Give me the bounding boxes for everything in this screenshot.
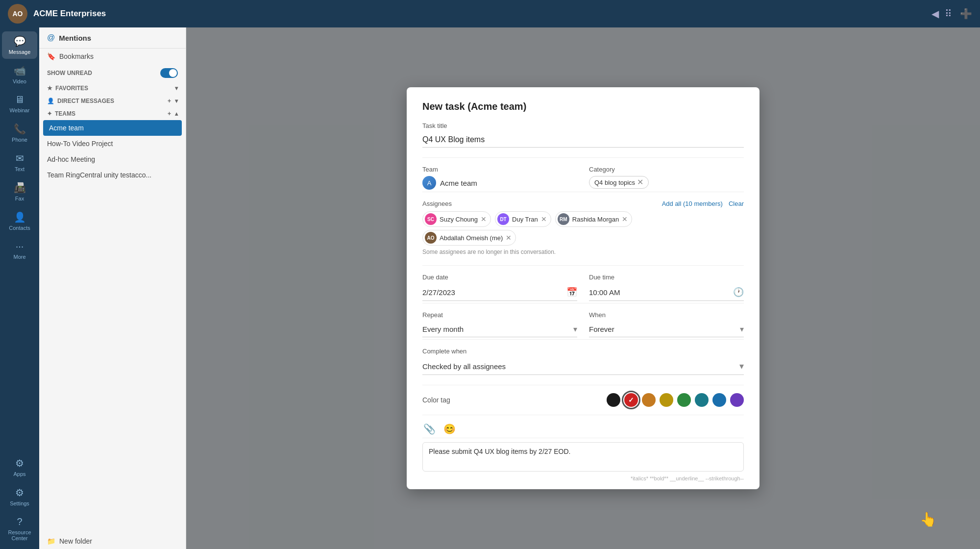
team-adhoc[interactable]: Ad-hoc Meeting bbox=[39, 151, 186, 167]
assignee-name-abdallah: Abdallah Omeish (me) bbox=[440, 234, 503, 242]
assignees-row-2: AO Abdallah Omeish (me) ✕ bbox=[422, 230, 744, 246]
sidebar-item-text[interactable]: ✉ Text bbox=[2, 149, 37, 176]
category-tag: Q4 blog topics ✕ bbox=[589, 176, 649, 189]
sidebar-header: @ Mentions bbox=[39, 27, 186, 49]
remove-duy-button[interactable]: ✕ bbox=[541, 215, 547, 223]
color-purple[interactable] bbox=[730, 393, 744, 407]
team-acme[interactable]: Acme team bbox=[43, 120, 182, 136]
add-all-button[interactable]: Add all (10 members) bbox=[662, 200, 723, 207]
when-select-wrap: Forever Until Times ▾ bbox=[589, 322, 744, 337]
add-team-icon[interactable]: + bbox=[168, 110, 171, 117]
assignee-name-rashida: Rashida Morgan bbox=[572, 216, 619, 223]
due-date-input[interactable] bbox=[422, 288, 566, 297]
person-icon: 👤 bbox=[47, 98, 54, 104]
color-yellow[interactable] bbox=[660, 393, 673, 407]
due-time-input[interactable] bbox=[589, 288, 733, 297]
chevron-left-icon[interactable]: ◀ bbox=[931, 8, 939, 20]
color-tag-label: Color tag bbox=[422, 396, 450, 404]
due-time-field: Due time 🕐 bbox=[589, 274, 744, 301]
remove-category-button[interactable]: ✕ bbox=[637, 178, 643, 186]
teams-icon: ✦ bbox=[47, 110, 52, 117]
when-label: When bbox=[589, 311, 744, 319]
color-black[interactable] bbox=[607, 393, 620, 407]
new-folder-item[interactable]: 📁 New folder bbox=[39, 533, 186, 549]
expand-dm-icon[interactable]: ▾ bbox=[175, 98, 178, 104]
grid-icon[interactable]: ⠿ bbox=[945, 8, 952, 20]
sidebar-item-message[interactable]: 💬 Message bbox=[2, 31, 37, 59]
more-icon: ··· bbox=[16, 241, 24, 252]
plus-icon[interactable]: ➕ bbox=[960, 8, 972, 20]
assignee-name-suzy: Suzy Choung bbox=[440, 216, 478, 223]
due-time-wrap: 🕐 bbox=[589, 284, 744, 301]
remove-rashida-button[interactable]: ✕ bbox=[622, 215, 628, 223]
attachment-button[interactable]: 📎 bbox=[422, 422, 437, 436]
cursor-pointer: 👆 bbox=[920, 511, 937, 527]
favorites-section[interactable]: ★ FAVORITES ▾ bbox=[39, 82, 186, 95]
show-unread-toggle[interactable] bbox=[160, 68, 178, 78]
sidebar-item-phone[interactable]: 📞 Phone bbox=[2, 119, 37, 147]
team-badge[interactable]: A Acme team bbox=[422, 176, 477, 190]
contacts-icon: 👤 bbox=[14, 211, 26, 223]
sidebar-item-video[interactable]: 📹 Video bbox=[2, 61, 37, 88]
color-blue[interactable] bbox=[712, 393, 726, 407]
sidebar-item-more[interactable]: ··· More bbox=[2, 237, 37, 264]
assignees-label: Assignees bbox=[422, 200, 452, 207]
clear-button[interactable]: Clear bbox=[729, 200, 744, 207]
assignees-chips: SC Suzy Choung ✕ DT Duy Tran ✕ RM bbox=[422, 211, 744, 227]
calendar-icon[interactable]: 📅 bbox=[566, 287, 577, 298]
complete-when-value: Checked by all assignees bbox=[422, 362, 739, 371]
message-input[interactable]: Please submit Q4 UX blog items by 2/27 E… bbox=[422, 442, 744, 472]
assignees-warning: Some assignees are no longer in this con… bbox=[422, 249, 744, 255]
color-tag-row: Color tag bbox=[422, 393, 744, 407]
add-dm-icon[interactable]: + bbox=[168, 98, 171, 104]
sidebar-item-contacts[interactable]: 👤 Contacts bbox=[2, 207, 37, 235]
team-ringcentral[interactable]: Team RingCentral unity testacco... bbox=[39, 167, 186, 183]
show-unread-label: SHOW UNREAD bbox=[47, 70, 156, 76]
color-green[interactable] bbox=[677, 393, 691, 407]
color-teal[interactable] bbox=[695, 393, 709, 407]
folder-icon: 📁 bbox=[47, 537, 55, 545]
when-select[interactable]: Forever Until Times bbox=[589, 325, 740, 333]
remove-abdallah-button[interactable]: ✕ bbox=[506, 234, 512, 242]
complete-when-chevron-icon: ▾ bbox=[739, 361, 744, 372]
user-avatar[interactable]: AO bbox=[8, 4, 27, 24]
category-field: Category Q4 blog topics ✕ bbox=[589, 166, 744, 190]
assignee-avatar-abdallah: AO bbox=[425, 232, 437, 244]
bookmarks-item[interactable]: 🔖 Bookmarks bbox=[39, 49, 186, 64]
repeat-chevron-icon: ▾ bbox=[573, 324, 577, 334]
assignee-chip-abdallah: AO Abdallah Omeish (me) ✕ bbox=[422, 230, 516, 246]
task-title-input[interactable] bbox=[422, 132, 744, 148]
phone-icon: 📞 bbox=[14, 123, 26, 135]
second-sidebar: @ Mentions 🔖 Bookmarks SHOW UNREAD ★ FAV… bbox=[39, 27, 186, 549]
resource-icon: ? bbox=[17, 516, 22, 527]
team-howto[interactable]: How-To Video Project bbox=[39, 136, 186, 151]
sidebar-item-webinar[interactable]: 🖥 Webinar bbox=[2, 90, 37, 117]
sidebar-item-settings[interactable]: ⚙ Settings bbox=[2, 483, 37, 510]
due-row: Due date 📅 Due time 🕐 bbox=[422, 274, 744, 301]
complete-when-label: Complete when bbox=[422, 348, 744, 355]
color-orange[interactable] bbox=[642, 393, 656, 407]
emoji-button[interactable]: 😊 bbox=[442, 422, 457, 436]
remove-suzy-button[interactable]: ✕ bbox=[481, 215, 487, 223]
due-date-field: Due date 📅 bbox=[422, 274, 577, 301]
teams-section[interactable]: ✦ TEAMS + ▴ bbox=[39, 107, 186, 120]
sidebar-item-fax[interactable]: 📠 Fax bbox=[2, 178, 37, 205]
category-tag-text: Q4 blog topics bbox=[594, 179, 635, 186]
sidebar-item-apps[interactable]: ⚙ Apps bbox=[2, 453, 37, 481]
assignees-field: Assignees Add all (10 members) Clear SC … bbox=[422, 200, 744, 255]
complete-when-wrap[interactable]: Checked by all assignees ▾ bbox=[422, 358, 744, 375]
sidebar-item-resource[interactable]: ? Resource Center bbox=[2, 512, 37, 545]
assignee-chip-suzy: SC Suzy Choung ✕ bbox=[422, 211, 491, 227]
repeat-select[interactable]: Every month Every week Every day Never bbox=[422, 325, 573, 333]
direct-messages-section[interactable]: 👤 DIRECT MESSAGES + ▾ bbox=[39, 95, 186, 107]
when-field: When Forever Until Times ▾ bbox=[589, 311, 744, 337]
complete-when-field: Complete when Checked by all assignees ▾ bbox=[422, 348, 744, 375]
color-red[interactable] bbox=[624, 393, 638, 407]
mentions-label[interactable]: Mentions bbox=[59, 34, 91, 42]
expand-teams-icon[interactable]: ▴ bbox=[175, 110, 178, 117]
message-icon: 💬 bbox=[14, 35, 26, 47]
modal-title: New task (Acme team) bbox=[422, 101, 744, 112]
team-category-row: Team A Acme team Category Q4 blog topics bbox=[422, 166, 744, 190]
bookmark-icon: 🔖 bbox=[47, 52, 55, 60]
clock-icon[interactable]: 🕐 bbox=[733, 287, 744, 298]
